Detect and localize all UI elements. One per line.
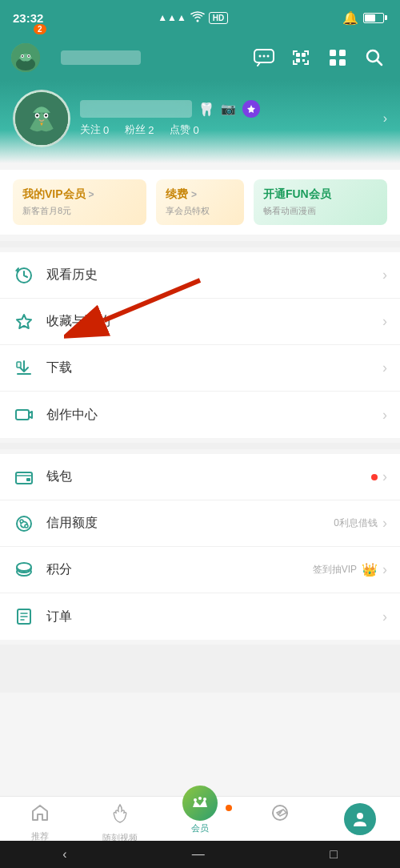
profile-chevron[interactable]: ›	[377, 111, 387, 126]
nav-item-home[interactable]: 推荐	[0, 803, 80, 842]
nav-item-discover[interactable]	[240, 803, 320, 827]
nav-avatar-wrapper[interactable]: 2	[11, 43, 46, 72]
svg-point-0	[196, 19, 198, 22]
wifi-icon	[190, 11, 205, 25]
alarm-icon: 🔔	[342, 10, 358, 26]
search-button[interactable]	[360, 43, 389, 72]
creator-right: ›	[382, 407, 387, 424]
member-dot	[226, 805, 232, 811]
divider-1	[0, 241, 400, 247]
download-label: 下载	[46, 360, 382, 376]
credit-badge: 0利息借钱	[334, 516, 378, 530]
divider-2	[0, 443, 400, 449]
hd-badge: HD	[209, 12, 228, 24]
menu-item-wallet[interactable]: 钱包 ›	[0, 454, 400, 500]
chat-button[interactable]	[250, 43, 278, 72]
back-btn[interactable]: ‹	[62, 847, 66, 862]
battery-indicator	[363, 13, 387, 23]
vip-card-3[interactable]: 开通FUN会员 畅看动画漫画	[254, 179, 387, 225]
menu-item-creator[interactable]: 创作中心 ›	[0, 392, 400, 438]
wallet-red-dot	[371, 474, 378, 480]
nav-name-blur	[61, 50, 141, 65]
nav-avatar[interactable]	[11, 43, 40, 72]
nav-item-profile[interactable]	[320, 803, 400, 835]
compass-icon	[270, 803, 290, 827]
menu-item-points[interactable]: 积分 签到抽VIP 👑 ›	[0, 547, 400, 593]
history-label: 观看历史	[46, 267, 382, 283]
svg-point-43	[203, 798, 206, 801]
home-icon	[30, 803, 50, 827]
nav-item-member[interactable]: 会员	[160, 797, 240, 834]
wallet-label: 钱包	[46, 468, 371, 485]
svg-rect-15	[330, 50, 336, 56]
home-btn[interactable]: —	[192, 847, 205, 862]
svg-rect-17	[330, 59, 336, 66]
fire-icon	[111, 803, 129, 829]
history-chevron: ›	[382, 267, 387, 283]
vip-card-1[interactable]: 我的VIP会员 > 新客首月8元	[13, 179, 146, 225]
orders-right: ›	[382, 609, 387, 625]
orders-label: 订单	[46, 609, 382, 625]
menu-item-download[interactable]: 下载 ›	[0, 345, 400, 392]
svg-rect-13	[296, 58, 300, 62]
svg-rect-14	[302, 59, 305, 62]
history-right: ›	[382, 267, 387, 283]
menu-item-credit[interactable]: 信用额度 0利息借钱 ›	[0, 500, 400, 547]
nav-item-short[interactable]: 随刻视频	[80, 803, 160, 844]
scan-button[interactable]	[286, 43, 315, 72]
menu-section-2: 钱包 › 信用额度 0利息借钱 ›	[0, 454, 400, 640]
svg-point-41	[194, 798, 197, 802]
vip1-sub: 新客首月8元	[22, 205, 137, 217]
points-badge: 签到抽VIP	[313, 563, 357, 577]
svg-rect-12	[302, 53, 306, 57]
menu-item-history[interactable]: 观看历史 ›	[0, 252, 400, 299]
svg-point-6	[28, 55, 30, 57]
grid-button[interactable]	[323, 43, 352, 72]
svg-rect-28	[17, 362, 21, 368]
fans-stat: 粉丝2	[125, 123, 154, 137]
svg-point-33	[20, 520, 23, 523]
status-time: 23:32	[13, 11, 43, 25]
credit-icon	[13, 512, 35, 535]
like-stat: 点赞0	[170, 123, 198, 137]
camera-icon: 📷	[221, 102, 236, 116]
profile-name-blur	[80, 100, 192, 118]
svg-point-9	[263, 55, 266, 58]
system-nav-bar: ‹ — □	[0, 841, 400, 868]
collection-icon	[13, 311, 35, 333]
menu-item-collection[interactable]: 收藏与预约 ›	[0, 299, 400, 345]
credit-chevron: ›	[382, 515, 387, 532]
svg-point-8	[259, 55, 262, 58]
profile-stats: 关注0 粉丝2 点赞0	[80, 123, 367, 137]
creator-chevron: ›	[382, 407, 387, 424]
svg-point-10	[267, 55, 270, 58]
orders-icon	[13, 605, 35, 628]
svg-point-32	[17, 516, 31, 531]
creator-icon	[13, 404, 35, 426]
menu-section-1: 观看历史 › 收藏与预约 › 下载 ›	[0, 252, 400, 438]
collection-chevron: ›	[382, 313, 387, 330]
status-icons: ▲▲▲ HD	[158, 11, 228, 25]
profile-content: 🦷 📷 关注0 粉丝2 点赞0 ›	[13, 90, 387, 147]
svg-point-34	[25, 524, 28, 528]
vip2-title: 续费 >	[166, 187, 234, 202]
points-right: 签到抽VIP 👑 ›	[313, 561, 387, 578]
profile-avatar[interactable]	[13, 90, 70, 147]
menu-item-orders[interactable]: 订单 ›	[0, 593, 400, 640]
orders-chevron: ›	[382, 609, 387, 625]
vip3-title: 开通FUN会员	[263, 187, 378, 202]
vip3-sub: 畅看动画漫画	[263, 205, 378, 217]
nav-right-icons	[250, 43, 389, 72]
svg-marker-26	[247, 105, 255, 113]
status-bar: 23:32 ▲▲▲ HD 🔔	[0, 0, 400, 35]
svg-rect-11	[296, 53, 300, 57]
recent-btn[interactable]: □	[330, 847, 338, 862]
profile-header: 🦷 📷 关注0 粉丝2 点赞0 ›	[0, 80, 400, 163]
vip-section: 我的VIP会员 > 新客首月8元 续费 > 享会员特权 开通FUN会员 畅看动画…	[0, 170, 400, 235]
profile-name-row: 🦷 📷	[80, 100, 367, 118]
vip-card-2[interactable]: 续费 > 享会员特权	[156, 179, 244, 225]
points-chevron: ›	[382, 561, 387, 578]
svg-point-48	[357, 813, 363, 819]
credit-right: 0利息借钱 ›	[334, 515, 387, 532]
svg-rect-18	[339, 59, 346, 66]
